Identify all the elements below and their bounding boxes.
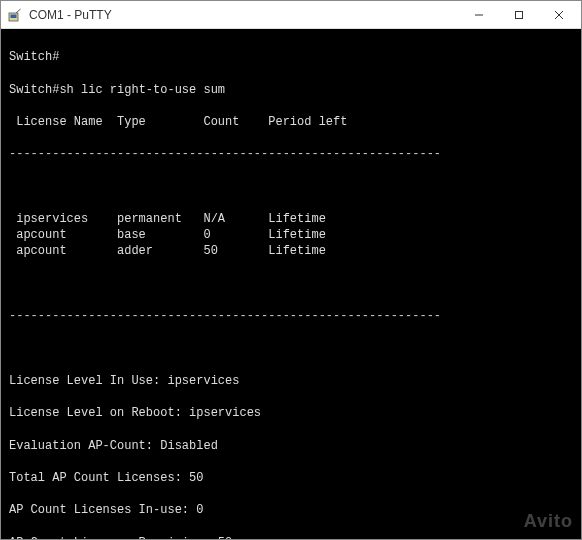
- blank: [9, 276, 573, 292]
- putty-icon: [7, 7, 23, 23]
- table-row: ipservices permanent N/A Lifetime: [9, 211, 573, 227]
- table-row: apcount base 0 Lifetime: [9, 227, 573, 243]
- close-button[interactable]: [539, 1, 579, 29]
- terminal-area[interactable]: Switch# Switch#sh lic right-to-use sum L…: [1, 29, 581, 539]
- sum-header: License Name Type Count Period left: [9, 114, 573, 130]
- dash-line: ----------------------------------------…: [9, 308, 573, 324]
- status-line: Total AP Count Licenses: 50: [9, 470, 573, 486]
- blank: [9, 341, 573, 357]
- status-line: License Level In Use: ipservices: [9, 373, 573, 389]
- dash-line: ----------------------------------------…: [9, 146, 573, 162]
- minimize-button[interactable]: [459, 1, 499, 29]
- cmd-line: Switch#sh lic right-to-use sum: [9, 82, 573, 98]
- blank: [9, 179, 573, 195]
- status-line: AP Count Licenses Remaining: 50: [9, 535, 573, 539]
- status-line: Evaluation AP-Count: Disabled: [9, 438, 573, 454]
- window-title: COM1 - PuTTY: [29, 8, 459, 22]
- svg-rect-1: [11, 14, 17, 18]
- svg-rect-4: [516, 11, 523, 18]
- status-line: AP Count Licenses In-use: 0: [9, 502, 573, 518]
- prompt-line: Switch#: [9, 49, 573, 65]
- putty-window: COM1 - PuTTY Switch# Switch#sh lic right…: [0, 0, 582, 540]
- titlebar: COM1 - PuTTY: [1, 1, 581, 29]
- table-row: apcount adder 50 Lifetime: [9, 243, 573, 259]
- status-line: License Level on Reboot: ipservices: [9, 405, 573, 421]
- svg-line-2: [16, 9, 21, 13]
- maximize-button[interactable]: [499, 1, 539, 29]
